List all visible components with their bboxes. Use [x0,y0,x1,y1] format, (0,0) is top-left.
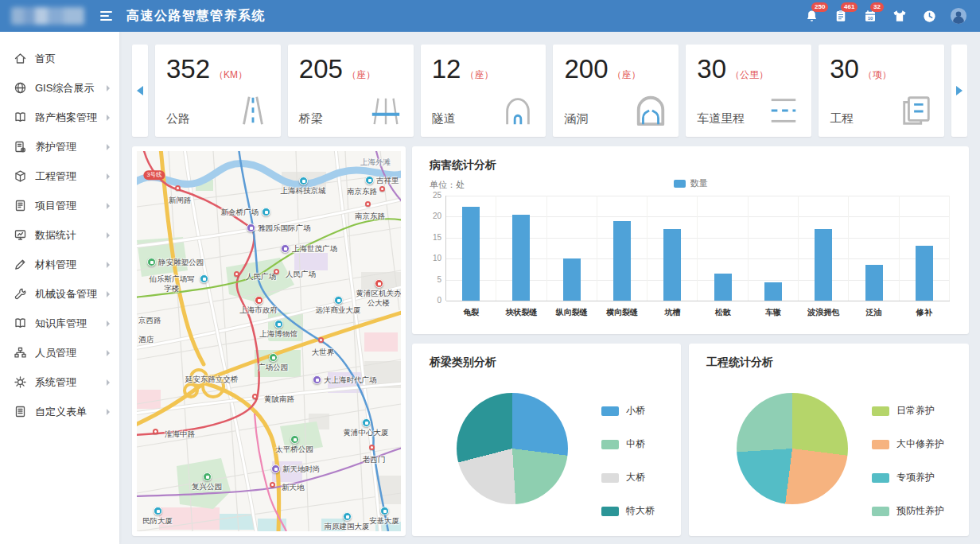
cube-icon [14,169,27,183]
carousel-next-button[interactable] [951,45,967,137]
chevron-right-icon [107,291,110,297]
chevron-right-icon [107,144,110,150]
poi-icon[interactable] [262,208,270,216]
tshirt-icon[interactable] [891,7,908,25]
map-label-text: 黄陂南路 [264,394,294,404]
metro-icon[interactable] [274,269,279,274]
stat-card-tunnel[interactable]: 12（座）隧道 [421,45,546,137]
poi-icon[interactable] [299,177,308,185]
poi-icon[interactable] [274,320,283,328]
avatar-icon[interactable] [950,7,967,25]
clock-icon[interactable] [920,7,938,25]
legend-item[interactable]: 大中修养护 [872,437,944,451]
poi-icon[interactable] [271,464,280,473]
poi-icon[interactable] [147,258,156,266]
sidebar-item-maintenance[interactable]: 养护管理 [0,132,119,161]
arrow-left-icon [137,86,143,95]
calendar-icon[interactable]: 1032 [861,7,879,25]
bell-icon[interactable]: 250 [803,7,820,25]
poi-icon[interactable] [203,472,212,481]
app-root: 高速公路智慧管养系统 2504611032 首页GIS综合展示路产档案管理养护管… [0,0,980,544]
bar-纵向裂缝 [563,258,581,301]
stat-card-highway[interactable]: 352（KM）公路 [155,45,281,137]
sidebar-item-knowledge[interactable]: 知识库管理 [0,309,119,338]
notification-badge: 250 [811,2,828,12]
bar-slot: 车辙 [749,196,799,301]
lanes-icon [765,94,802,130]
stat-card-culvert[interactable]: 200（座）涵洞 [553,45,679,137]
legend-label: 大桥 [626,471,645,484]
metro-icon[interactable] [234,271,239,277]
stat-value: 205 [299,54,343,84]
sidebar-item-material[interactable]: 材料管理 [0,250,119,279]
sidebar-item-label: 首页 [35,52,110,66]
sidebar-item-custom-form[interactable]: 自定义表单 [0,397,119,426]
poi-icon[interactable] [255,296,263,305]
sidebar-item-statistics[interactable]: 数据统计 [0,220,119,250]
sidebar-item-home[interactable]: 首页 [0,44,119,73]
poi-icon[interactable] [269,353,278,362]
y-axis-tick: 25 [421,191,441,200]
stat-card-bridge[interactable]: 205（座）桥梁 [288,45,414,137]
stat-card-lane-mileage[interactable]: 30（公里）车道里程 [686,45,811,137]
poi-icon[interactable] [200,274,208,283]
poi-icon[interactable] [154,507,162,515]
legend-item[interactable]: 特大桥 [601,504,655,518]
carousel-prev-button[interactable] [132,45,148,137]
sidebar-item-system[interactable]: 系统管理 [0,367,119,397]
metro-icon[interactable] [365,201,371,207]
poi-icon[interactable] [334,296,343,305]
poi-icon[interactable] [375,279,383,288]
legend-item[interactable]: 中桥 [601,437,655,451]
metro-icon[interactable] [175,185,181,191]
stat-card-project[interactable]: 30（项）工程 [819,45,944,137]
bar-slot: 松散 [698,196,749,301]
legend-item[interactable]: 预防性养护 [872,504,944,518]
sidebar-item-equipment[interactable]: 机械设备管理 [0,279,119,309]
sidebar-item-engineering[interactable]: 工程管理 [0,161,119,191]
metro-icon[interactable] [270,482,275,488]
metro-icon[interactable] [318,337,324,343]
metro-icon[interactable] [153,429,158,434]
metro-icon[interactable] [252,394,258,399]
bar-chart: 0510152025龟裂块状裂缝纵向裂缝横向裂缝坑槽松散车辙波浪拥包泛油修补 [445,196,950,301]
sidebar-item-project[interactable]: 项目管理 [0,191,119,220]
poi-icon[interactable] [247,223,255,232]
globe-icon [14,81,27,95]
bar-chart-legend[interactable]: 数量 [412,177,969,189]
legend-item[interactable]: 小桥 [601,404,655,418]
poi-icon[interactable] [380,507,389,515]
legend-item[interactable]: 专项养护 [872,471,944,484]
map-label-text: 仙乐斯广场写字楼 [147,274,196,293]
legend-swatch [601,440,619,449]
poi-icon[interactable] [281,244,290,253]
legend-item[interactable]: 大桥 [601,471,655,484]
map-label-text: 新金桥广场 [221,208,259,217]
metro-icon[interactable] [369,445,375,450]
map[interactable]: 上海外滩3号线新闸路上海科技京城吉祥里南京东路南京东路新金桥广场雅园乐国际广场上… [137,151,401,531]
metro-line-badge-label: 3号线 [143,170,165,180]
app-title: 高速公路智慧管养系统 [126,8,266,25]
metro-icon[interactable] [379,186,385,192]
menu-collapse-icon[interactable] [100,11,112,21]
chevron-right-icon [107,85,110,91]
main-content: 352（KM）公路205（座）桥梁12（座）隧道200（座）涵洞30（公里）车道… [119,32,980,544]
map-label-text: 吉祥里 [376,176,399,185]
poi-icon[interactable] [290,435,299,444]
sidebar-item-personnel[interactable]: 人员管理 [0,338,119,367]
project-stats-panel: 工程统计分析 日常养护大中修养护专项养护预防性养护 [689,344,969,536]
legend-item[interactable]: 日常养护 [872,404,944,418]
bridge-category-panel: 桥梁类别分析 小桥中桥大桥特大桥 [412,344,681,536]
poi-icon[interactable] [313,375,321,384]
poi-icon[interactable] [343,512,352,521]
stat-value: 12 [432,54,461,84]
gridline [446,301,950,301]
doc-icon [14,199,27,212]
poi-icon[interactable] [365,176,374,185]
sidebar-item-gis[interactable]: GIS综合展示 [0,73,119,103]
sidebar-item-label: 工程管理 [35,169,107,184]
clipboard-icon[interactable]: 461 [832,7,850,25]
culvert-icon [632,94,669,130]
sidebar-item-archives[interactable]: 路产档案管理 [0,103,119,132]
poi-icon[interactable] [362,418,371,427]
